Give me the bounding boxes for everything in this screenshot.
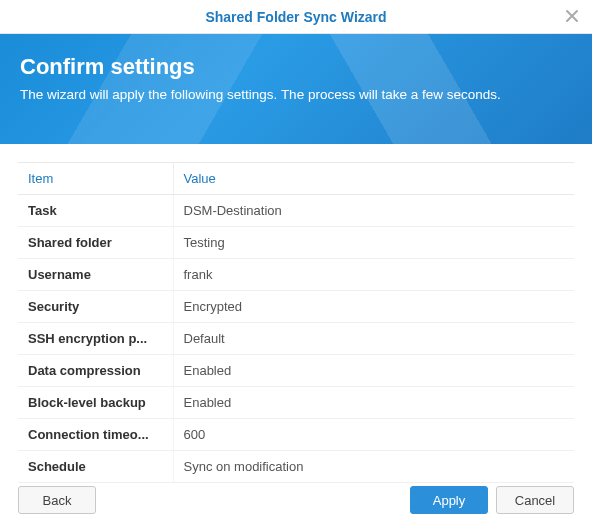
setting-key: Block-level backup <box>18 387 173 419</box>
setting-value: frank <box>173 259 574 291</box>
setting-value: 600 <box>173 419 574 451</box>
apply-button[interactable]: Apply <box>410 486 488 514</box>
col-header-value[interactable]: Value <box>173 163 574 195</box>
close-icon[interactable] <box>562 6 582 26</box>
banner-heading: Confirm settings <box>20 54 572 80</box>
setting-value: Enabled <box>173 355 574 387</box>
footer: Back Apply Cancel <box>0 472 592 530</box>
table-row: Shared folderTesting <box>18 227 574 259</box>
back-button[interactable]: Back <box>18 486 96 514</box>
setting-value: Enabled <box>173 387 574 419</box>
setting-key: SSH encryption p... <box>18 323 173 355</box>
table-row: Connection timeo...600 <box>18 419 574 451</box>
table-row: TaskDSM-Destination <box>18 195 574 227</box>
setting-key: Security <box>18 291 173 323</box>
title-bar: Shared Folder Sync Wizard <box>0 0 592 34</box>
table-row: Block-level backupEnabled <box>18 387 574 419</box>
content-area: Item Value TaskDSM-Destination Shared fo… <box>0 144 592 483</box>
col-header-item[interactable]: Item <box>18 163 173 195</box>
setting-key: Shared folder <box>18 227 173 259</box>
setting-key: Username <box>18 259 173 291</box>
table-row: SecurityEncrypted <box>18 291 574 323</box>
window-title: Shared Folder Sync Wizard <box>205 9 386 25</box>
setting-value: Testing <box>173 227 574 259</box>
banner-subtext: The wizard will apply the following sett… <box>20 86 550 104</box>
setting-value: DSM-Destination <box>173 195 574 227</box>
setting-value: Encrypted <box>173 291 574 323</box>
setting-value: Default <box>173 323 574 355</box>
table-row: Data compressionEnabled <box>18 355 574 387</box>
settings-table: Item Value TaskDSM-Destination Shared fo… <box>18 162 574 483</box>
cancel-button[interactable]: Cancel <box>496 486 574 514</box>
table-row: Usernamefrank <box>18 259 574 291</box>
setting-key: Connection timeo... <box>18 419 173 451</box>
wizard-banner: Confirm settings The wizard will apply t… <box>0 34 592 144</box>
setting-key: Data compression <box>18 355 173 387</box>
setting-key: Task <box>18 195 173 227</box>
table-row: SSH encryption p...Default <box>18 323 574 355</box>
